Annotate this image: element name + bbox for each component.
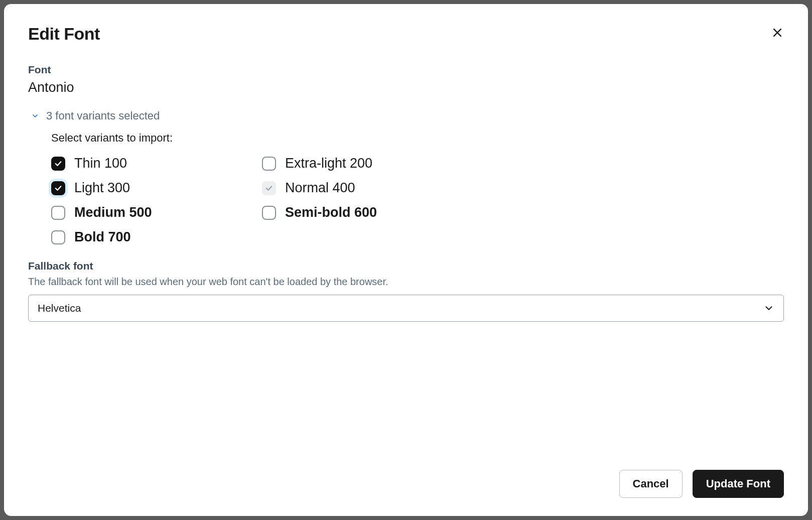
variant-label: Thin 100 (74, 156, 127, 171)
checkbox-extra-light-200[interactable] (262, 157, 276, 171)
variants-summary: 3 font variants selected (46, 109, 160, 122)
font-section: Font Antonio 3 font variants selected Se… (28, 64, 784, 255)
fallback-font-value: Helvetica (38, 302, 81, 314)
cancel-button[interactable]: Cancel (619, 470, 683, 498)
variants-expander[interactable]: 3 font variants selected (31, 109, 784, 122)
variants-heading: Select variants to import: (51, 132, 784, 145)
close-button[interactable] (768, 23, 787, 44)
checkbox-light-300[interactable] (51, 181, 65, 195)
font-name-value: Antonio (28, 80, 784, 95)
update-font-button[interactable]: Update Font (693, 470, 784, 498)
variant-light-300: Light 300 (51, 180, 262, 196)
variant-extra-light-200: Extra-light 200 (262, 156, 473, 171)
checkbox-semi-bold-600[interactable] (262, 206, 276, 220)
variant-bold-700: Bold 700 (51, 229, 262, 245)
variant-normal-400: Normal 400 (262, 180, 473, 196)
variant-label: Semi-bold 600 (285, 205, 377, 220)
chevron-down-icon (31, 112, 39, 120)
check-icon (54, 184, 63, 193)
checkbox-normal-400[interactable] (262, 181, 276, 195)
modal-title: Edit Font (28, 24, 100, 44)
checkbox-thin-100[interactable] (51, 157, 65, 171)
variant-label: Light 300 (74, 180, 130, 196)
fallback-description: The fallback font will be used when your… (28, 276, 784, 288)
variant-label: Normal 400 (285, 180, 355, 196)
checkbox-medium-500[interactable] (51, 206, 65, 220)
variant-semi-bold-600: Semi-bold 600 (262, 205, 473, 220)
close-icon (771, 26, 784, 39)
variant-label: Extra-light 200 (285, 156, 372, 171)
font-label: Font (28, 64, 784, 76)
check-icon (264, 184, 274, 193)
fallback-section: Fallback font The fallback font will be … (28, 260, 784, 322)
modal-header: Edit Font (28, 24, 784, 44)
fallback-font-select[interactable]: Helvetica (28, 295, 784, 322)
variants-grid: Thin 100 Extra-light 200 Light 300 (51, 156, 784, 245)
modal-footer: Cancel Update Font (28, 450, 784, 498)
fallback-label: Fallback font (28, 260, 784, 272)
variant-label: Bold 700 (74, 229, 131, 245)
variant-medium-500: Medium 500 (51, 205, 262, 220)
variant-thin-100: Thin 100 (51, 156, 262, 171)
check-icon (54, 159, 63, 168)
checkbox-bold-700[interactable] (51, 230, 65, 244)
variant-label: Medium 500 (74, 205, 152, 220)
chevron-down-icon (763, 303, 774, 314)
edit-font-modal: Edit Font Font Antonio 3 font variants s… (4, 4, 808, 516)
variants-block: Select variants to import: Thin 100 Extr… (51, 132, 784, 245)
